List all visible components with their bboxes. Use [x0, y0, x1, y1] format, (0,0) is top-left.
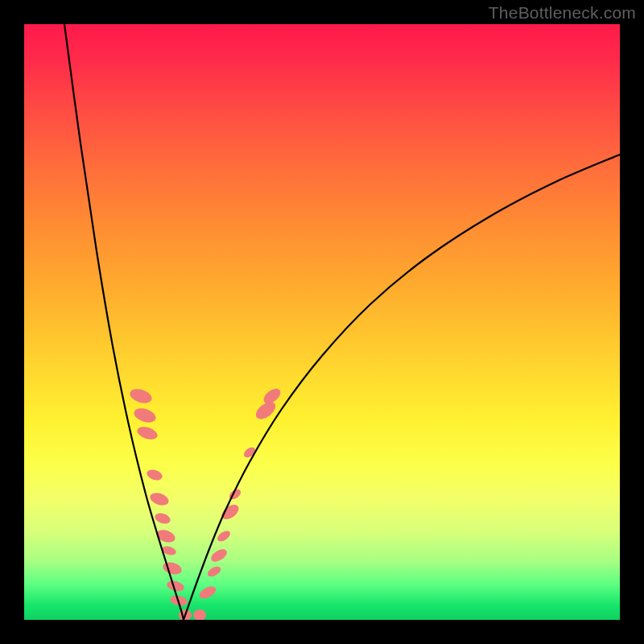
data-marker: [208, 547, 229, 564]
data-marker: [135, 424, 159, 441]
data-marker: [128, 386, 154, 406]
watermark-text: TheBottleneck.com: [489, 3, 636, 23]
plot-area: [24, 24, 620, 620]
data-marker: [154, 511, 172, 526]
data-marker: [216, 529, 233, 543]
data-marker: [132, 406, 158, 425]
chart-stage: TheBottleneck.com: [0, 0, 644, 644]
data-marker: [206, 564, 223, 579]
data-marker: [193, 609, 206, 620]
data-marker: [162, 560, 184, 576]
marker-group: [128, 386, 283, 620]
curve-right-branch: [184, 155, 620, 620]
chart-svg: [24, 24, 620, 620]
data-marker: [146, 468, 164, 482]
data-marker: [197, 584, 217, 601]
data-marker: [148, 491, 170, 508]
